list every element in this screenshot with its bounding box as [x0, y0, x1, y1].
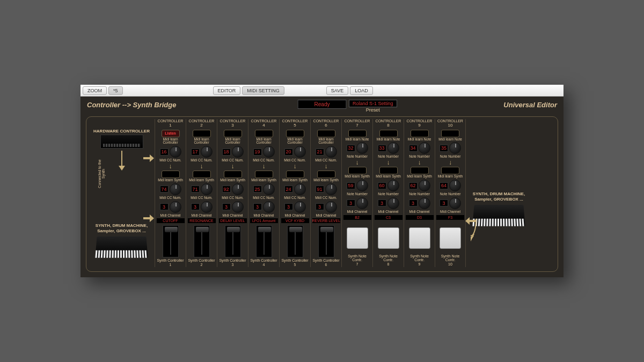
- midi-ch-knob[interactable]: [170, 201, 181, 213]
- listen-synth-button[interactable]: [411, 167, 429, 174]
- zoom-button[interactable]: ZOOM: [83, 86, 107, 95]
- cc-bottom-knob[interactable]: [449, 180, 461, 191]
- listen-button[interactable]: [379, 130, 398, 137]
- cc-bottom-knob[interactable]: [419, 180, 430, 191]
- load-button[interactable]: LOAD: [350, 86, 373, 95]
- cc-bottom-label: Note Number: [409, 193, 430, 196]
- editor-window: ZOOM *5 EDITOR MIDI SETTING SAVE LOAD Co…: [80, 85, 564, 277]
- listen-synth-button[interactable]: [224, 171, 242, 178]
- channel-header: CONTROLLER3: [220, 119, 246, 128]
- midi-ch-knob[interactable]: [232, 201, 244, 213]
- midi-channel-label: Midi Channel: [160, 214, 181, 218]
- listen-button[interactable]: [224, 130, 242, 137]
- cc-top-knob[interactable]: [356, 142, 368, 154]
- pad[interactable]: [440, 227, 461, 249]
- preset-select[interactable]: Roland S-1 Setting: [349, 100, 397, 107]
- listen-button[interactable]: [348, 130, 367, 137]
- cc-top-value: 34: [409, 145, 418, 152]
- cc-top-knob[interactable]: [263, 146, 275, 158]
- fader[interactable]: [194, 225, 210, 257]
- midi-ch-value: 3: [191, 203, 200, 210]
- midi-ch-knob[interactable]: [419, 197, 430, 209]
- midi-channel-label: Midi Channel: [378, 210, 399, 214]
- listen-synth-button[interactable]: [441, 167, 459, 174]
- midi-learn-synth-label: Midi learn Synth: [189, 179, 214, 182]
- cc-top-knob[interactable]: [449, 142, 461, 154]
- param-name: CUTOFF: [157, 218, 185, 223]
- listen-synth-button[interactable]: [348, 167, 367, 174]
- preset-label: Preset: [366, 107, 380, 113]
- channel-7: CONTROLLER7Midi learn Note32Note Number↓…: [341, 119, 372, 267]
- midi-ch-value: 3: [253, 203, 262, 210]
- cc-bottom-knob[interactable]: [356, 180, 368, 191]
- midi-learn-synth-label: Midi learn Synth: [158, 179, 183, 182]
- midi-ch-knob[interactable]: [356, 197, 368, 209]
- listen-button[interactable]: Listen: [162, 130, 180, 137]
- cc-top-value: 32: [347, 145, 355, 152]
- fader[interactable]: [163, 225, 179, 257]
- midi-ch-knob[interactable]: [449, 197, 461, 209]
- cc-top-knob[interactable]: [419, 142, 430, 154]
- bottom-label: Synth Controller1: [157, 258, 184, 267]
- cc-top-knob[interactable]: [294, 146, 306, 158]
- cc-top-value: 20: [284, 149, 293, 156]
- cc-top-label: Midi CC Num.: [284, 159, 305, 162]
- midi-ch-knob[interactable]: [263, 201, 275, 213]
- fader[interactable]: [287, 225, 303, 257]
- midi-learn-top-label: Midi learn Controller: [156, 138, 185, 145]
- bottom-label: Synth Note Contr.8: [374, 254, 402, 267]
- cc-bottom-knob[interactable]: [170, 183, 181, 195]
- zoom-value[interactable]: *5: [108, 86, 123, 95]
- fader[interactable]: [318, 225, 334, 257]
- cc-top-knob[interactable]: [232, 146, 244, 158]
- cc-top-knob[interactable]: [170, 146, 181, 158]
- listen-button[interactable]: [317, 130, 335, 137]
- cc-bottom-knob[interactable]: [325, 183, 337, 195]
- listen-synth-button[interactable]: [286, 171, 304, 178]
- listen-button[interactable]: [286, 130, 304, 137]
- listen-button[interactable]: [411, 130, 429, 137]
- cc-top-label: Note Number: [440, 155, 461, 159]
- listen-button[interactable]: [193, 130, 211, 137]
- midi-setting-tab[interactable]: MIDI SETTING: [242, 86, 284, 95]
- midi-ch-knob[interactable]: [387, 197, 399, 209]
- cc-bottom-knob[interactable]: [387, 180, 399, 191]
- listen-button[interactable]: [441, 130, 459, 137]
- midi-learn-top-label: Midi learn Note: [438, 138, 462, 142]
- param-name: VCF KYBD: [281, 218, 309, 223]
- midi-channel-label: Midi Channel: [409, 210, 430, 214]
- connected-label: Connected to the Synth: [98, 158, 105, 190]
- cc-bottom-label: Note Number: [440, 193, 461, 196]
- listen-button[interactable]: [255, 130, 273, 137]
- cc-bottom-knob[interactable]: [201, 183, 213, 195]
- listen-synth-button[interactable]: [379, 167, 398, 174]
- midi-learn-top-label: Midi learn Controller: [250, 138, 278, 145]
- cc-bottom-knob[interactable]: [263, 183, 275, 195]
- cc-top-knob[interactable]: [387, 142, 399, 154]
- midi-ch-knob[interactable]: [294, 201, 306, 213]
- fader[interactable]: [256, 225, 272, 257]
- listen-synth-button[interactable]: [193, 171, 211, 178]
- fader[interactable]: [225, 225, 241, 257]
- midi-learn-top-label: Midi learn Note: [377, 138, 400, 142]
- cc-bottom-knob[interactable]: [294, 183, 306, 195]
- cc-bottom-label: Midi CC Num.: [253, 196, 274, 200]
- editor-tab[interactable]: EDITOR: [213, 86, 241, 95]
- listen-synth-button[interactable]: [317, 171, 335, 178]
- pad[interactable]: [347, 227, 368, 249]
- pad[interactable]: [409, 227, 430, 249]
- pad[interactable]: [378, 227, 399, 249]
- cc-top-knob[interactable]: [325, 146, 337, 158]
- param-name: F3: [436, 215, 464, 220]
- midi-ch-knob[interactable]: [325, 201, 337, 213]
- cc-bottom-value: 92: [222, 186, 231, 193]
- save-button[interactable]: SAVE: [326, 86, 348, 95]
- cc-top-knob[interactable]: [201, 146, 213, 158]
- cc-bottom-label: Midi CC Num.: [284, 196, 305, 200]
- cc-bottom-knob[interactable]: [232, 183, 244, 195]
- panel-title-right: Universal Editor: [503, 101, 557, 109]
- midi-ch-knob[interactable]: [201, 201, 213, 213]
- listen-synth-button[interactable]: [255, 171, 273, 178]
- midi-learn-synth-label: Midi learn Synth: [376, 175, 401, 179]
- listen-synth-button[interactable]: [162, 171, 180, 178]
